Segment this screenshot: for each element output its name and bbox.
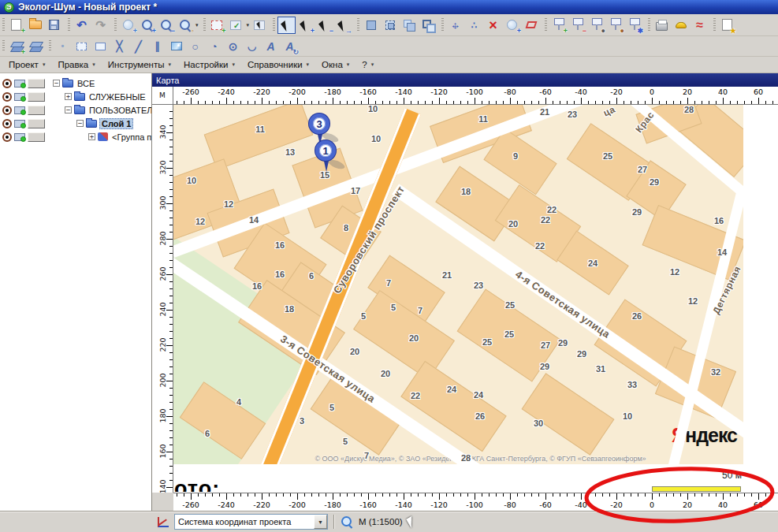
layer-add-icon[interactable]: + bbox=[7, 38, 25, 55]
printable-icon[interactable] bbox=[14, 120, 25, 128]
menu-item-3[interactable]: Инструменты▾ bbox=[102, 58, 177, 72]
building-number-label: 12 bbox=[670, 267, 679, 277]
undo-icon[interactable]: ↶ bbox=[73, 17, 91, 34]
pick-object-icon[interactable] bbox=[250, 17, 268, 34]
tree-row[interactable]: −Слой 1 bbox=[0, 117, 151, 130]
polygon-edit-icon[interactable] bbox=[522, 17, 540, 34]
building-number-label: 30 bbox=[534, 419, 543, 428]
source-remove-icon[interactable]: − bbox=[568, 17, 586, 34]
circle-tool-icon[interactable]: ○ bbox=[186, 38, 204, 55]
menu-item-4[interactable]: Настройки▾ bbox=[177, 58, 241, 72]
menu-item-1[interactable]: Проект▾ bbox=[2, 58, 51, 72]
edit-object-icon[interactable] bbox=[227, 17, 245, 34]
polyline-cut-tool-icon[interactable]: ╳ bbox=[110, 38, 128, 55]
add-object-icon[interactable]: + bbox=[208, 17, 226, 34]
polygon-tool-icon[interactable] bbox=[91, 38, 110, 55]
text-rotate-tool-icon[interactable]: A↻ bbox=[281, 38, 299, 55]
building-number-label: 28 bbox=[461, 453, 471, 463]
badge-icon: + bbox=[133, 28, 137, 35]
combo-dropdown-button[interactable]: ▼ bbox=[314, 515, 327, 529]
zoom-scale-icon[interactable]: ◦ bbox=[176, 17, 194, 34]
printable-icon[interactable] bbox=[14, 80, 25, 87]
zoom-in-icon[interactable]: + bbox=[138, 17, 156, 34]
visibility-eye-icon[interactable] bbox=[2, 106, 12, 115]
rect-select-tool-icon[interactable] bbox=[73, 38, 91, 55]
point-tool-icon[interactable]: • bbox=[54, 38, 72, 55]
print-icon[interactable] bbox=[653, 17, 671, 34]
nodes-icon[interactable]: ∴ bbox=[465, 17, 483, 34]
tree-row[interactable]: −ПОЛЬЗОВАТЕЛ... bbox=[0, 103, 151, 117]
line-tool-icon[interactable]: ╱ bbox=[129, 38, 147, 55]
printable-icon[interactable] bbox=[14, 133, 25, 141]
tree-row[interactable]: +СЛУЖЕБНЫЕ bbox=[0, 90, 151, 103]
pan-icon[interactable]: + bbox=[119, 17, 137, 34]
combine-subtract-icon[interactable] bbox=[400, 17, 418, 34]
layer-color-swatch[interactable] bbox=[28, 119, 45, 128]
image-tool-icon[interactable] bbox=[167, 38, 185, 55]
select-move-icon[interactable]: → bbox=[334, 17, 352, 34]
new-project-icon[interactable]: + bbox=[7, 17, 25, 34]
building-number-label: 20 bbox=[508, 219, 518, 229]
zoom-out-icon[interactable]: − bbox=[157, 17, 175, 34]
building-number-label: 18 bbox=[461, 187, 471, 196]
layers-icon[interactable] bbox=[26, 38, 44, 55]
helmet-icon[interactable] bbox=[672, 17, 690, 34]
chevron-down-icon: ▾ bbox=[169, 61, 172, 68]
pie-tool-icon[interactable]: ◔ bbox=[205, 38, 223, 55]
visibility-eye-icon[interactable] bbox=[2, 79, 12, 88]
building-number-label: 29 bbox=[650, 177, 659, 187]
building-number-label: 22 bbox=[547, 205, 557, 214]
select-cursor-icon[interactable] bbox=[277, 17, 296, 34]
tree-row[interactable]: −ВСЕ bbox=[0, 76, 151, 90]
parallel-lines-tool-icon[interactable]: ∥ bbox=[148, 38, 166, 55]
menu-item-2[interactable]: Правка▾ bbox=[51, 58, 101, 72]
source-view-icon[interactable]: ● bbox=[587, 17, 605, 34]
building-number-label: 7 bbox=[364, 451, 369, 460]
settings-wizard-icon[interactable]: ★ bbox=[718, 17, 736, 34]
layer-color-swatch[interactable] bbox=[28, 132, 45, 142]
collapse-icon[interactable]: − bbox=[65, 106, 72, 113]
visibility-eye-icon[interactable] bbox=[2, 119, 12, 128]
save-icon[interactable] bbox=[45, 17, 63, 34]
menu-item-5[interactable]: Справочники▾ bbox=[241, 58, 315, 72]
arc-tool-icon[interactable]: ◡ bbox=[243, 38, 261, 55]
text-tool-icon[interactable]: A bbox=[262, 38, 280, 55]
layer-color-swatch[interactable] bbox=[28, 106, 45, 115]
open-project-icon[interactable] bbox=[26, 17, 44, 34]
map-viewport[interactable]: © ООО «Дискус Медиа», © ЗАО «Резидент», … bbox=[173, 105, 778, 493]
visibility-eye-icon[interactable] bbox=[2, 132, 12, 142]
move-object-icon[interactable] bbox=[446, 17, 464, 34]
chevron-down-icon[interactable]: ▾ bbox=[195, 22, 199, 28]
menu-item-6[interactable]: Окна▾ bbox=[315, 58, 355, 72]
chevron-down-icon[interactable]: ▾ bbox=[247, 22, 250, 28]
circle-center-tool-icon[interactable]: ⊙ bbox=[224, 38, 242, 55]
printable-icon[interactable] bbox=[14, 93, 25, 101]
collapse-icon[interactable]: − bbox=[53, 80, 60, 87]
layer-color-swatch[interactable] bbox=[28, 92, 45, 102]
visibility-eye-icon[interactable] bbox=[2, 92, 12, 102]
map-marker-pin-1[interactable]: 1 bbox=[315, 140, 337, 178]
building-number-label: 28 bbox=[684, 105, 694, 114]
menu-item-7[interactable]: ?▾ bbox=[355, 58, 380, 72]
select-remove-icon[interactable]: − bbox=[315, 17, 333, 34]
printable-icon[interactable] bbox=[14, 106, 25, 114]
chevron-down-icon: ▾ bbox=[232, 61, 235, 68]
delete-object-icon[interactable]: × bbox=[484, 17, 502, 34]
layer-color-swatch[interactable] bbox=[28, 79, 45, 88]
combine-union-icon[interactable] bbox=[362, 17, 380, 34]
drag-add-icon[interactable]: + bbox=[503, 17, 521, 34]
source-add-icon[interactable]: + bbox=[549, 17, 568, 34]
select-add-icon[interactable]: + bbox=[296, 17, 315, 34]
combine-xor-icon[interactable] bbox=[419, 17, 437, 34]
collapse-icon[interactable]: − bbox=[76, 120, 84, 127]
tree-row[interactable]: +<Группа п... bbox=[0, 130, 151, 143]
source-props-icon[interactable]: ✱ bbox=[625, 17, 643, 34]
expand-icon[interactable]: + bbox=[88, 133, 95, 140]
combine-intersect-icon[interactable] bbox=[381, 17, 399, 34]
expand-icon[interactable]: + bbox=[65, 93, 72, 100]
coordinate-system-select[interactable]: Система координат проекта ▼ bbox=[174, 514, 328, 530]
redo-icon[interactable]: ↷ bbox=[91, 17, 110, 34]
building-number-label: 16 bbox=[275, 270, 285, 279]
source-color-icon[interactable]: ● bbox=[606, 17, 624, 34]
noise-calc-icon[interactable]: ≈ bbox=[691, 17, 709, 34]
